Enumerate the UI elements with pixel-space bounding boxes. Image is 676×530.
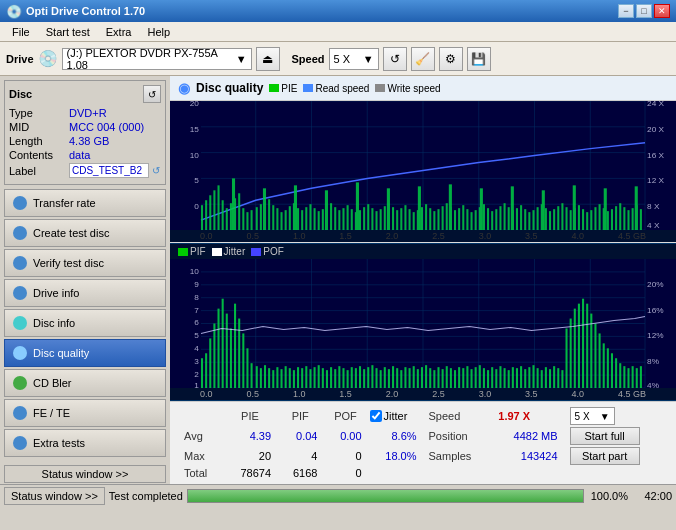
speed-value: 5 X bbox=[334, 53, 351, 65]
nav-label-create: Create test disc bbox=[33, 227, 109, 239]
disc-type-value: DVD+R bbox=[69, 107, 107, 119]
bx-label-5: 2.5 bbox=[432, 389, 445, 399]
progress-label: 100.0% bbox=[588, 490, 628, 502]
svg-rect-52 bbox=[359, 210, 361, 230]
svg-rect-227 bbox=[462, 368, 464, 388]
svg-rect-168 bbox=[218, 309, 220, 388]
nav-disc-quality[interactable]: Disc quality bbox=[4, 339, 166, 367]
disc-label-input[interactable] bbox=[69, 163, 149, 178]
svg-rect-31 bbox=[272, 205, 274, 230]
svg-rect-128 bbox=[449, 184, 452, 230]
bx-label-0: 0.0 bbox=[200, 389, 213, 399]
menu-file[interactable]: File bbox=[4, 24, 38, 40]
right-panel: ◉ Disc quality PIE Read speed Write spee… bbox=[170, 76, 676, 484]
x-label-1: 0.5 bbox=[246, 231, 259, 241]
disc-contents-label: Contents bbox=[9, 149, 69, 161]
svg-rect-192 bbox=[318, 365, 320, 388]
svg-rect-83 bbox=[487, 208, 489, 230]
svg-rect-235 bbox=[495, 369, 497, 388]
legend-pof-label: POF bbox=[263, 246, 284, 257]
legend-pif: PIF bbox=[178, 246, 206, 257]
disc-type-row: Type DVD+R bbox=[9, 107, 161, 119]
disc-label-refresh[interactable]: ↺ bbox=[152, 165, 160, 176]
top-chart-container: 20 15 10 5 0 24 X 20 X 16 X 12 X 8 X 4 X bbox=[170, 101, 676, 230]
erase-button[interactable]: 🧹 bbox=[411, 47, 435, 71]
menu-start-test[interactable]: Start test bbox=[38, 24, 98, 40]
nav-transfer-rate[interactable]: Transfer rate bbox=[4, 189, 166, 217]
drive-select-area: 💿 (J:) PLEXTOR DVDR PX-755A 1.08 ▼ ⏏ bbox=[38, 47, 280, 71]
svg-rect-65 bbox=[413, 212, 415, 230]
nav-verify-test-disc[interactable]: Verify test disc bbox=[4, 249, 166, 277]
start-full-button[interactable]: Start full bbox=[570, 427, 640, 445]
svg-rect-92 bbox=[524, 209, 526, 230]
stats-max-row: Max 20 4 0 18.0% Samples 143424 Start pa… bbox=[178, 446, 668, 466]
svg-rect-55 bbox=[371, 208, 373, 230]
svg-rect-264 bbox=[615, 358, 617, 388]
svg-rect-90 bbox=[516, 208, 518, 230]
svg-rect-205 bbox=[371, 365, 373, 388]
stats-empty bbox=[178, 406, 223, 426]
svg-rect-101 bbox=[561, 203, 563, 230]
svg-rect-56 bbox=[375, 211, 377, 230]
minimize-button[interactable]: − bbox=[618, 4, 634, 18]
svg-rect-87 bbox=[504, 203, 506, 230]
svg-rect-206 bbox=[375, 368, 377, 388]
nav-label-extra: Extra tests bbox=[33, 437, 85, 449]
disc-refresh-button[interactable]: ↺ bbox=[143, 85, 161, 103]
svg-rect-240 bbox=[516, 368, 518, 388]
legend-write-speed: Write speed bbox=[375, 83, 440, 94]
stats-speed-dropdown[interactable]: 5 X ▼ bbox=[570, 407, 615, 425]
main-area: Disc ↺ Type DVD+R MID MCC 004 (000) Leng… bbox=[0, 76, 676, 484]
svg-rect-213 bbox=[404, 367, 406, 388]
nav-cd-bler[interactable]: CD Bler bbox=[4, 369, 166, 397]
nav-icon-cd-bler bbox=[13, 376, 27, 390]
jitter-checkbox[interactable] bbox=[370, 410, 382, 422]
start-part-button[interactable]: Start part bbox=[570, 447, 640, 465]
start-part-cell: Start part bbox=[564, 446, 668, 466]
nav-label-disc-info: Disc info bbox=[33, 317, 75, 329]
svg-rect-195 bbox=[330, 367, 332, 388]
svg-rect-223 bbox=[446, 366, 448, 388]
svg-text:9: 9 bbox=[194, 280, 199, 289]
legend-pif-color bbox=[178, 248, 188, 256]
menu-extra[interactable]: Extra bbox=[98, 24, 140, 40]
svg-text:4: 4 bbox=[194, 344, 199, 353]
svg-rect-58 bbox=[384, 206, 386, 230]
samples-val: 143424 bbox=[492, 446, 563, 466]
speed-dropdown[interactable]: 5 X ▼ bbox=[329, 48, 379, 70]
refresh-button[interactable]: ↺ bbox=[383, 47, 407, 71]
nav-create-test-disc[interactable]: Create test disc bbox=[4, 219, 166, 247]
drive-dropdown[interactable]: (J:) PLEXTOR DVDR PX-755A 1.08 ▼ bbox=[62, 48, 252, 70]
svg-rect-47 bbox=[338, 210, 340, 230]
status-window-btn[interactable]: Status window >> bbox=[4, 487, 105, 505]
save-button[interactable]: 💾 bbox=[467, 47, 491, 71]
svg-rect-258 bbox=[590, 314, 592, 388]
svg-rect-75 bbox=[454, 210, 456, 230]
x-label-4: 2.0 bbox=[386, 231, 399, 241]
legend-write-speed-color bbox=[375, 84, 385, 92]
svg-rect-23 bbox=[238, 193, 240, 230]
nav-drive-info[interactable]: Drive info bbox=[4, 279, 166, 307]
svg-rect-193 bbox=[322, 368, 324, 388]
settings-button[interactable]: ⚙ bbox=[439, 47, 463, 71]
disc-length-row: Length 4.38 GB bbox=[9, 135, 161, 147]
menu-help[interactable]: Help bbox=[139, 24, 178, 40]
svg-rect-246 bbox=[541, 370, 543, 388]
stats-avg-row: Avg 4.39 0.04 0.00 8.6% Position 4482 MB… bbox=[178, 426, 668, 446]
nav-disc-info[interactable]: Disc info bbox=[4, 309, 166, 337]
speed-dropdown-arrow: ▼ bbox=[363, 53, 374, 65]
disc-label-label: Label bbox=[9, 165, 69, 177]
nav-fe-te[interactable]: FE / TE bbox=[4, 399, 166, 427]
svg-rect-97 bbox=[545, 208, 547, 230]
svg-rect-95 bbox=[537, 207, 539, 230]
close-button[interactable]: ✕ bbox=[654, 4, 670, 18]
status-window-button[interactable]: Status window >> bbox=[4, 465, 166, 483]
svg-rect-106 bbox=[582, 209, 584, 230]
nav-extra-tests[interactable]: Extra tests bbox=[4, 429, 166, 457]
svg-rect-255 bbox=[578, 304, 580, 388]
svg-text:5: 5 bbox=[194, 332, 199, 341]
maximize-button[interactable]: □ bbox=[636, 4, 652, 18]
x-label-2: 1.0 bbox=[293, 231, 306, 241]
eject-button[interactable]: ⏏ bbox=[256, 47, 280, 71]
svg-rect-112 bbox=[607, 211, 609, 230]
